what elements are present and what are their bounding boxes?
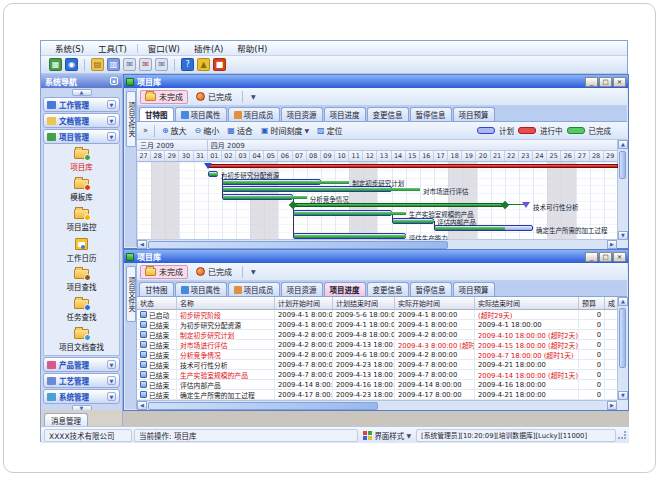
- sidebar-item-work-calendar[interactable]: 工作日历: [44, 235, 119, 265]
- column-header[interactable]: 实际结束时间: [475, 297, 579, 309]
- table-row[interactable]: 已结束为初步研究分配资源2009-4-1 8:00:002009-4-1 18:…: [137, 320, 617, 330]
- sidebar-item-task-search[interactable]: 任务查找: [44, 295, 119, 325]
- scroll-right-arrow[interactable]: ▶: [607, 401, 617, 410]
- mail-send-icon[interactable]: ✉: [139, 58, 152, 71]
- tab-project-resources[interactable]: 项目资源: [281, 107, 323, 121]
- chevron-down-icon[interactable]: ▼: [107, 132, 116, 141]
- scroll-down-arrow[interactable]: ▼: [618, 231, 628, 240]
- sidebar-item-project-monitor[interactable]: 项目监控: [44, 205, 119, 235]
- chevron-down-icon[interactable]: ▼: [107, 100, 116, 109]
- column-header[interactable]: 状态: [137, 297, 177, 309]
- gantt-window-titlebar[interactable]: 项目库 _□×: [124, 75, 628, 88]
- maximize-button[interactable]: □: [599, 77, 612, 87]
- minimize-button[interactable]: _: [585, 252, 598, 262]
- chevron-down-icon[interactable]: ▼: [107, 116, 116, 125]
- save-project-icon[interactable]: ▥: [107, 58, 120, 71]
- scrollbar-thumb[interactable]: [619, 151, 626, 179]
- table-vertical-scrollbar[interactable]: ▲ ▼: [617, 297, 627, 400]
- mail-receive-icon[interactable]: ✉: [155, 58, 168, 71]
- table-row[interactable]: 已结束确定生产所需的加工过程2009-4-17 8:00:002009-4-23…: [137, 390, 617, 400]
- scroll-down-arrow[interactable]: ▼: [618, 391, 628, 400]
- chevron-down-icon[interactable]: ▼: [107, 392, 116, 401]
- table-window-titlebar[interactable]: 项目库 _□×: [124, 250, 628, 263]
- toolbar-overflow-button[interactable]: »: [141, 126, 150, 135]
- table-row[interactable]: 已结束对市场进行评估2009-4-2 8:00:002009-4-13 18:0…: [137, 340, 617, 350]
- sidebar-section[interactable]: 工艺管理▼: [43, 373, 120, 388]
- unfinished-filter-button[interactable]: 未完成: [140, 90, 188, 104]
- locate-button[interactable]: ▨定位: [314, 124, 346, 138]
- column-header[interactable]: 名称: [177, 297, 275, 309]
- tab-pause-info[interactable]: 暂停信息: [410, 282, 452, 296]
- gantt-summary-bar[interactable]: [208, 164, 618, 168]
- time-scale-button[interactable]: ▣时间刻度▼: [258, 124, 312, 138]
- menu-item[interactable]: 帮助(H): [231, 41, 273, 55]
- chevron-down-icon[interactable]: ▼: [107, 360, 116, 369]
- tab-project-budget[interactable]: 项目预算: [453, 282, 495, 296]
- table-row[interactable]: 已结束评估内部产品2009-4-14 8:00:002009-4-16 18:0…: [137, 380, 617, 390]
- scrollbar-thumb[interactable]: [619, 308, 626, 368]
- tab-change-info[interactable]: 变更信息: [367, 107, 409, 121]
- tab-project-budget[interactable]: 项目预算: [453, 107, 495, 121]
- scroll-left-arrow[interactable]: ◀: [137, 240, 147, 249]
- menu-item[interactable]: 插件(A): [188, 41, 229, 55]
- lock-icon[interactable]: ▲: [197, 58, 210, 71]
- project-folder-side-tab[interactable]: 项目文件夹: [126, 266, 136, 322]
- tab-gantt[interactable]: 甘特图: [139, 282, 174, 296]
- menu-item[interactable]: 窗口(W): [142, 41, 186, 55]
- column-header[interactable]: 成: [605, 297, 617, 309]
- tab-project-members[interactable]: 项目成员: [228, 282, 280, 296]
- scroll-right-arrow[interactable]: ▶: [607, 240, 617, 249]
- gantt-horizontal-scrollbar[interactable]: ◀ ▶: [137, 239, 617, 249]
- column-header[interactable]: 计划开始时间: [275, 297, 333, 309]
- computer-icon[interactable]: ▦: [49, 58, 62, 71]
- sidebar-section[interactable]: 文档管理▼: [43, 113, 120, 128]
- scroll-up-arrow[interactable]: ▲: [618, 140, 628, 149]
- tab-pause-info[interactable]: 暂停信息: [410, 107, 452, 121]
- zoom-in-button[interactable]: ⊕放大: [159, 124, 190, 138]
- chevron-down-icon[interactable]: ▼: [107, 376, 116, 385]
- tab-project-progress[interactable]: 项目进度: [324, 107, 366, 121]
- globe-icon[interactable]: ◉: [65, 58, 78, 71]
- scroll-up-arrow[interactable]: ▲: [618, 297, 628, 306]
- table-row[interactable]: 已结束分析竞争情况2009-4-2 8:00:002009-4-6 18:00:…: [137, 350, 617, 360]
- sidebar-item-project-library[interactable]: 项目库: [44, 145, 119, 175]
- finished-filter-button[interactable]: 已完成: [191, 90, 237, 104]
- menu-item[interactable]: 系统(S): [49, 41, 90, 55]
- tab-change-info[interactable]: 变更信息: [367, 282, 409, 296]
- table-row[interactable]: 已启动初步研究阶段2009-4-1 8:00:002009-5-6 18:00:…: [137, 310, 617, 320]
- mail-new-icon[interactable]: ✉: [123, 58, 136, 71]
- scroll-up-arrow[interactable]: ▲: [72, 89, 92, 96]
- table-row[interactable]: 已结束生产实验室规模的产品2009-4-7 8:00:002009-4-13 1…: [137, 370, 617, 380]
- column-header[interactable]: 预算: [579, 297, 605, 309]
- column-header[interactable]: 计划结束时间: [333, 297, 395, 309]
- tab-project-properties[interactable]: 项目属性: [175, 107, 227, 121]
- sidebar-item-project-search[interactable]: 项目查找: [44, 265, 119, 295]
- ui-style-button[interactable]: 界面样式 ▼: [360, 430, 414, 441]
- close-button[interactable]: ×: [613, 77, 626, 87]
- sidebar-item-template-library[interactable]: 模板库: [44, 175, 119, 205]
- table-row[interactable]: 已结束制定初步研究计划2009-4-2 8:00:002009-4-8 18:0…: [137, 330, 617, 340]
- tab-message-management[interactable]: 消息管理: [44, 413, 88, 426]
- tab-project-members[interactable]: 项目成员: [228, 107, 280, 121]
- sidebar-section[interactable]: 系统管理▼: [43, 389, 120, 404]
- scroll-left-arrow[interactable]: ◀: [137, 401, 147, 410]
- sidebar-section[interactable]: 产品管理▼: [43, 357, 120, 372]
- stop-icon[interactable]: ■: [213, 58, 226, 71]
- menu-item[interactable]: 工具(T): [92, 41, 133, 55]
- help-icon[interactable]: ?: [181, 58, 194, 71]
- sidebar-item-project-doc-search[interactable]: 项目文档查找: [44, 325, 119, 355]
- minimize-button[interactable]: _: [585, 77, 598, 87]
- pin-icon[interactable]: ▪: [110, 77, 118, 85]
- close-button[interactable]: ×: [613, 252, 626, 262]
- chevron-down-icon[interactable]: ▼: [248, 93, 259, 100]
- open-folder-icon[interactable]: ▤: [91, 58, 104, 71]
- finished-filter-button[interactable]: 已完成: [191, 265, 237, 279]
- table-horizontal-scrollbar[interactable]: ◀ ▶: [137, 400, 617, 410]
- gantt-vertical-scrollbar[interactable]: ▲ ▼: [617, 140, 627, 240]
- scrollbar-thumb[interactable]: [148, 402, 378, 410]
- unfinished-filter-button[interactable]: 未完成: [140, 265, 188, 279]
- tab-gantt[interactable]: 甘特图: [139, 107, 174, 121]
- tab-project-properties[interactable]: 项目属性: [175, 282, 227, 296]
- column-header[interactable]: 实际开始时间: [395, 297, 475, 309]
- maximize-button[interactable]: □: [599, 252, 612, 262]
